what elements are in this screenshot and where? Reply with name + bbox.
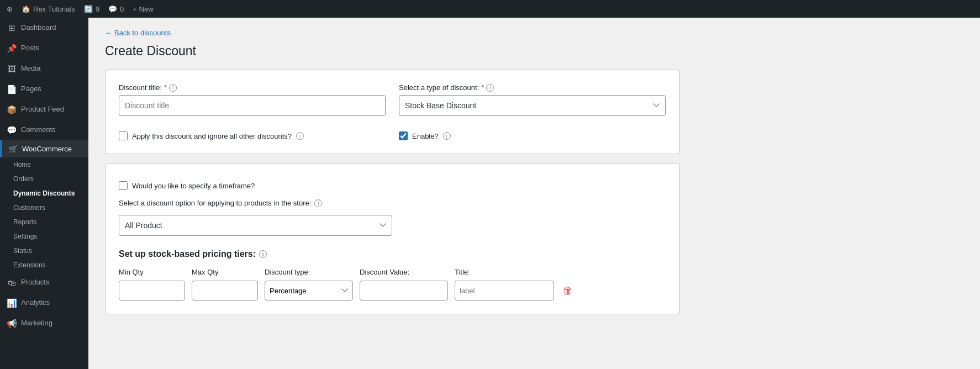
product-option-select[interactable]: All Product Specific Products Product Ca… [119, 215, 392, 236]
wp-logo[interactable]: ⊕ [7, 5, 13, 13]
sidebar-item-posts[interactable]: 📌 Posts [0, 38, 88, 59]
orders-label: Orders [13, 175, 34, 183]
apply-checkbox-label[interactable]: Apply this discount and ignore all other… [132, 132, 292, 140]
trash-icon: 🗑 [563, 285, 573, 297]
posts-icon: 📌 [7, 43, 17, 54]
sidebar-sub-orders[interactable]: Orders [0, 172, 88, 186]
pricing-tiers-title: Set up stock-based pricing tiers: i [119, 249, 666, 259]
product-option-label: Select a discount option for applying to… [119, 199, 666, 207]
required-marker: * [164, 83, 167, 92]
sidebar-sub-reports[interactable]: Reports [0, 215, 88, 229]
products-label: Products [21, 277, 82, 287]
discount-type-label: Select a type of discount: * i [399, 83, 666, 92]
apply-discount-checkbox[interactable] [119, 131, 128, 140]
sidebar-sub-home[interactable]: Home [0, 157, 88, 172]
status-label: Status [13, 247, 32, 255]
pricing-tiers-info-icon[interactable]: i [259, 250, 267, 258]
sidebar-item-label: Pages [21, 84, 82, 94]
sidebar-sub-status[interactable]: Status [0, 244, 88, 258]
timeframe-checkbox[interactable] [119, 181, 128, 190]
marketing-label: Marketing [21, 318, 82, 328]
pages-icon: 📄 [7, 83, 17, 95]
col-header-max-qty: Max Qty [192, 268, 258, 276]
back-arrow-icon: ← [105, 29, 112, 37]
sidebar-item-comments[interactable]: 💬 Comments [0, 120, 88, 140]
tier-max-qty-input[interactable] [192, 281, 258, 301]
updates-count: 9 [96, 5, 99, 13]
back-to-discounts-link[interactable]: ← Back to discounts [105, 29, 171, 37]
tier-title-input[interactable] [455, 281, 554, 301]
sidebar-item-products[interactable]: 🛍 Products [0, 272, 88, 293]
col-header-min-qty: Min Qty [119, 268, 185, 276]
main-content: ← Back to discounts Create Discount Disc… [88, 18, 980, 369]
timeframe-checkbox-label[interactable]: Would you like to specify a timeframe? [132, 182, 255, 190]
comments-icon: 💬 [108, 5, 117, 13]
sidebar-item-marketing[interactable]: 📢 Marketing [0, 313, 88, 334]
sidebar-sub-settings[interactable]: Settings [0, 229, 88, 244]
site-name[interactable]: 🏠 Rex Tutorials [22, 5, 75, 13]
enable-checkbox-row: Enable? i [399, 131, 666, 140]
comments-button[interactable]: 💬 0 [108, 5, 124, 13]
analytics-icon: 📊 [7, 297, 17, 309]
discount-title-col: Discount title: * i [119, 83, 386, 116]
discount-info-card: Discount title: * i Select a type of dis… [105, 70, 679, 154]
discount-type-select[interactable]: Percentage Fixed Stock Base Discount [399, 95, 666, 116]
discount-type-col: Select a type of discount: * i Percentag… [399, 83, 666, 116]
reports-label: Reports [13, 218, 36, 226]
enable-checkbox-col: Enable? i [399, 127, 666, 140]
woocommerce-label: WooCommerce [22, 145, 72, 153]
dashboard-icon: ⊞ [7, 22, 17, 34]
sidebar-item-woocommerce[interactable]: 🛒 WooCommerce [0, 140, 88, 157]
col-header-title: Title: [455, 268, 554, 276]
tier-min-qty-input[interactable] [119, 281, 185, 301]
enable-info-icon[interactable]: i [443, 132, 451, 140]
sidebar-item-dashboard[interactable]: ⊞ Dashboard [0, 18, 88, 38]
sidebar-item-label: Media [21, 64, 82, 73]
sidebar-item-analytics[interactable]: 📊 Analytics [0, 293, 88, 313]
updates-icon: 🔄 [84, 5, 93, 13]
product-option-info-icon[interactable]: i [314, 199, 322, 207]
col-header-discount-type: Discount type: [265, 268, 353, 276]
sidebar-item-pages[interactable]: 📄 Pages [0, 79, 88, 99]
comments-count: 0 [120, 5, 124, 13]
sidebar-sub-dynamic-discounts[interactable]: Dynamic Discounts [0, 186, 88, 201]
enable-checkbox-label[interactable]: Enable? [412, 132, 439, 140]
media-icon: 🖼 [7, 63, 17, 75]
new-button[interactable]: + New [133, 5, 153, 13]
comments-icon: 💬 [7, 124, 17, 136]
discount-title-info-icon[interactable]: i [169, 84, 177, 92]
tier-discount-type-select[interactable]: Percentage Fixed [265, 281, 353, 301]
wp-logo-icon: ⊕ [7, 5, 13, 13]
tier-column-headers: Min Qty Max Qty Discount type: Discount … [119, 268, 666, 276]
sidebar-item-product-feed[interactable]: 📦 Product Feed [0, 99, 88, 120]
col-header-discount-value: Discount Value: [360, 268, 448, 276]
sidebar-item-media[interactable]: 🖼 Media [0, 59, 88, 79]
enable-checkbox[interactable] [399, 131, 408, 140]
products-icon: 🛍 [7, 277, 17, 288]
discount-type-info-icon[interactable]: i [486, 84, 494, 92]
site-name-label: Rex Tutorials [33, 5, 75, 13]
tier-discount-value-input[interactable] [360, 281, 448, 301]
apply-info-icon[interactable]: i [296, 132, 304, 140]
woocommerce-icon: 🛒 [9, 145, 18, 153]
sidebar-item-label: Posts [21, 43, 82, 53]
timeframe-checkbox-row: Would you like to specify a timeframe? [119, 181, 666, 190]
back-link-label: Back to discounts [114, 29, 171, 37]
home-label: Home [13, 161, 31, 168]
tier-row: Percentage Fixed 🗑 [119, 281, 666, 301]
sidebar: ⊞ Dashboard 📌 Posts 🖼 Media 📄 Pages 📦 Pr… [0, 18, 88, 369]
discount-title-input[interactable] [119, 95, 386, 116]
sidebar-sub-customers[interactable]: Customers [0, 201, 88, 215]
updates-button[interactable]: 🔄 9 [84, 5, 99, 13]
sidebar-sub-extensions[interactable]: Extensions [0, 258, 88, 272]
tier-delete-button[interactable]: 🗑 [561, 283, 575, 299]
sidebar-item-label: Dashboard [21, 23, 82, 33]
site-icon: 🏠 [22, 5, 30, 13]
admin-bar: ⊕ 🏠 Rex Tutorials 🔄 9 💬 0 + New [0, 0, 980, 18]
dynamic-discounts-label: Dynamic Discounts [13, 189, 75, 197]
sidebar-item-label: Comments [21, 125, 82, 135]
required-marker-type: * [481, 83, 484, 92]
new-label: + New [133, 5, 153, 13]
discount-title-label: Discount title: * i [119, 83, 386, 92]
analytics-label: Analytics [21, 298, 82, 308]
